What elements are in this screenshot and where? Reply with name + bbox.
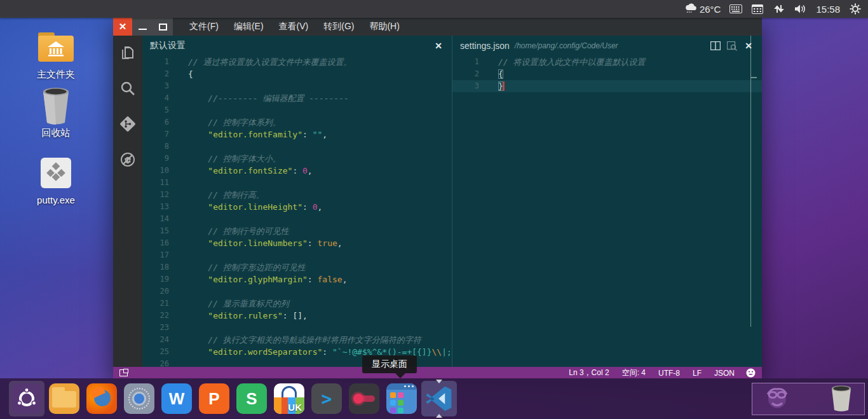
window-status-icon[interactable]	[119, 369, 128, 376]
dock-item-browser[interactable]	[121, 381, 157, 416]
clock-text[interactable]: 15:58	[816, 4, 840, 15]
temperature-text: 26°C	[700, 4, 721, 15]
terminal-icon: >	[311, 383, 342, 414]
code-line-20[interactable]: 20	[142, 285, 452, 298]
code-line-4[interactable]: 4 //-------- 编辑器配置 --------	[142, 92, 452, 104]
status-item-1[interactable]: 空间: 4	[622, 367, 646, 378]
code-line-17[interactable]: 17	[142, 249, 452, 261]
code-line-14[interactable]: 14	[142, 213, 452, 225]
code-area-settings-json[interactable]: 1// 将设置放入此文件中以覆盖默认设置2{3}	[452, 56, 762, 367]
code-line-5[interactable]: 5	[142, 104, 452, 116]
code-line-2[interactable]: 2{	[452, 68, 762, 80]
line-number: 3	[452, 80, 498, 92]
search-icon[interactable]	[119, 80, 136, 97]
keyboard-icon[interactable]	[729, 3, 742, 15]
putty-icon	[38, 155, 74, 191]
dock-item-show-desktop[interactable]	[384, 381, 419, 416]
code-line-21[interactable]: 21 // 显示垂直标尺的列	[142, 298, 452, 310]
desktop-icon-putty[interactable]: putty.exe	[18, 155, 94, 205]
code-line-6[interactable]: 6 // 控制字体系列。	[142, 116, 452, 128]
power-gear-icon[interactable]	[849, 3, 862, 15]
menu-item-3[interactable]: 转到(G)	[316, 18, 362, 35]
line-number: 17	[142, 249, 188, 261]
weather-indicator[interactable]: 26°C	[684, 3, 721, 15]
close-editor-icon[interactable]: ✕	[433, 40, 444, 52]
code-line-18[interactable]: 18 // 控制字形边距的可见性	[142, 261, 452, 273]
calendar-icon[interactable]	[751, 3, 764, 15]
open-preview-icon[interactable]	[726, 40, 738, 52]
network-arrows-icon[interactable]	[773, 3, 785, 15]
tooltip-text: 显示桌面	[372, 359, 407, 369]
dock-item-launcher[interactable]	[9, 381, 44, 416]
feedback-smiley-icon[interactable]	[746, 368, 756, 378]
editor-header-right[interactable]: settings.json /home/pang/.config/Code/Us…	[452, 36, 762, 56]
debug-disabled-icon[interactable]	[119, 151, 136, 168]
code-line-8[interactable]: 8	[142, 141, 452, 153]
dock-item-wps-presentation[interactable]: P	[196, 381, 232, 416]
editor-title: 默认设置	[150, 40, 186, 52]
code-line-22[interactable]: 22 "editor.rulers": [],	[142, 310, 452, 322]
status-item-4[interactable]: JSON	[714, 369, 735, 378]
desktop-icon-home[interactable]: 主文件夹	[18, 29, 94, 81]
code-line-24[interactable]: 24 // 执行文字相关的导航或操作时将用作文字分隔符的字符	[142, 334, 452, 346]
dock-item-vscode[interactable]	[421, 381, 457, 416]
code-line-1[interactable]: 1// 将设置放入此文件中以覆盖默认设置	[452, 56, 762, 68]
editor-header-left[interactable]: 默认设置 ✕	[142, 36, 452, 56]
desktop-icon-label: 回收站	[42, 127, 71, 139]
status-item-2[interactable]: UTF-8	[658, 369, 680, 378]
window-titlebar[interactable]: ✕ 文件(F)编辑(E)查看(V)转到(G)帮助(H)	[113, 18, 762, 36]
line-number: 9	[142, 153, 188, 165]
code-line-11[interactable]: 11	[142, 177, 452, 189]
desktop-icon-trash[interactable]: 回收站	[18, 88, 94, 139]
software-center-icon: UK	[274, 383, 304, 414]
code-line-1[interactable]: 1// 通过将设置放入设置文件中来覆盖设置。	[142, 56, 452, 68]
line-number: 10	[142, 165, 188, 177]
close-window-button[interactable]: ✕	[113, 18, 132, 36]
panel-trash-icon[interactable]	[829, 384, 854, 415]
status-item-0[interactable]: Ln 3，Col 2	[569, 367, 609, 378]
code-line-16[interactable]: 16 "editor.lineNumbers": true,	[142, 237, 452, 249]
code-line-15[interactable]: 15 // 控制行号的可见性	[142, 225, 452, 237]
code-line-23[interactable]: 23	[142, 322, 452, 334]
scrollbar-overview-ruler[interactable]	[750, 36, 756, 327]
code-line-3[interactable]: 3}	[452, 80, 762, 92]
code-line-2[interactable]: 2{	[142, 68, 452, 80]
minimize-window-button[interactable]	[132, 18, 153, 36]
code-line-12[interactable]: 12 // 控制行高。	[142, 189, 452, 201]
menu-item-4[interactable]: 帮助(H)	[362, 18, 407, 35]
line-number: 22	[142, 310, 188, 322]
workspace-panel[interactable]	[752, 383, 865, 415]
maximize-window-button[interactable]	[153, 18, 173, 36]
code-line-10[interactable]: 10 "editor.fontSize": 0,	[142, 165, 452, 177]
line-number: 1	[142, 56, 188, 68]
code-line-13[interactable]: 13 "editor.lineHeight": 0,	[142, 201, 452, 213]
line-number: 16	[142, 237, 188, 249]
trash-bin-icon	[38, 88, 74, 123]
code-line-3[interactable]: 3	[142, 80, 452, 92]
dock-item-software-center[interactable]: UK	[271, 381, 307, 416]
source-control-icon[interactable]	[119, 116, 136, 132]
line-number: 1	[452, 56, 498, 68]
dock-item-wps-writer[interactable]: W	[159, 381, 194, 416]
line-number: 5	[142, 104, 188, 116]
split-editor-icon[interactable]	[710, 40, 721, 52]
dock-item-wps-spreadsheet[interactable]: S	[234, 381, 269, 416]
menu-item-2[interactable]: 查看(V)	[271, 18, 316, 35]
status-item-3[interactable]: LF	[693, 369, 702, 378]
code-line-19[interactable]: 19 "editor.glyphMargin": false,	[142, 273, 452, 285]
dock-item-settings-toggle[interactable]	[346, 381, 382, 416]
volume-icon[interactable]	[794, 3, 807, 15]
dock-item-firefox[interactable]	[84, 381, 119, 416]
line-number: 21	[142, 298, 188, 310]
code-area-default-settings[interactable]: 1// 通过将设置放入设置文件中来覆盖设置。2{34 //-------- 编辑…	[142, 56, 452, 367]
line-number: 15	[142, 225, 188, 237]
dock-item-file-manager[interactable]	[46, 381, 82, 416]
dock-item-terminal[interactable]: >	[309, 381, 344, 416]
code-line-7[interactable]: 7 "editor.fontFamily": "",	[142, 128, 452, 141]
menu-item-0[interactable]: 文件(F)	[182, 18, 226, 35]
menu-item-1[interactable]: 编辑(E)	[226, 18, 271, 35]
desktop-icon-label: putty.exe	[37, 195, 75, 205]
code-line-9[interactable]: 9 // 控制字体大小。	[142, 153, 452, 165]
editor-title: settings.json	[460, 41, 510, 51]
explorer-files-icon[interactable]	[119, 45, 136, 61]
